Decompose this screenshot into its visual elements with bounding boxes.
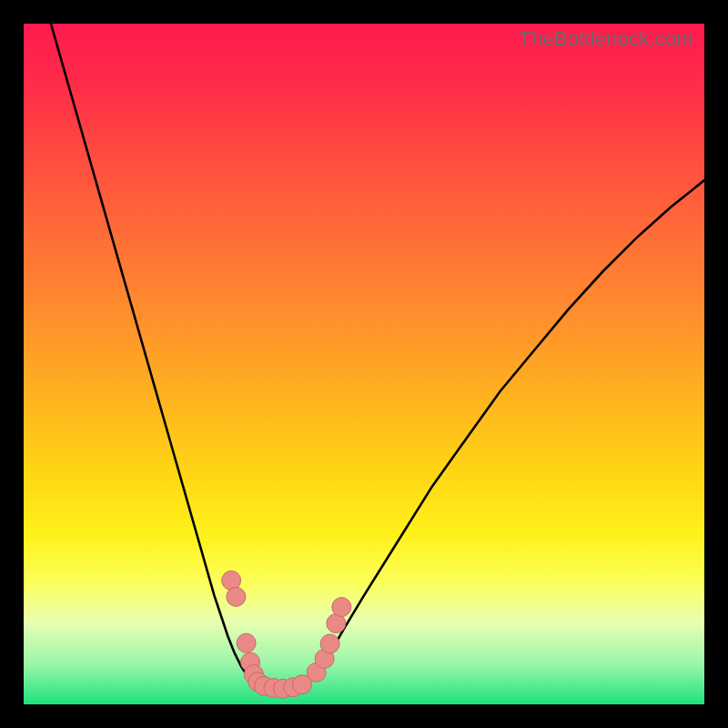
chart-plot-area: TheBottleneck.com — [24, 24, 704, 704]
data-points-layer — [24, 24, 704, 704]
data-points-group — [222, 571, 351, 698]
watermark-text: TheBottleneck.com — [519, 27, 693, 51]
data-point — [332, 598, 351, 617]
data-point — [320, 634, 339, 653]
data-point — [237, 633, 256, 652]
data-point — [227, 587, 246, 606]
